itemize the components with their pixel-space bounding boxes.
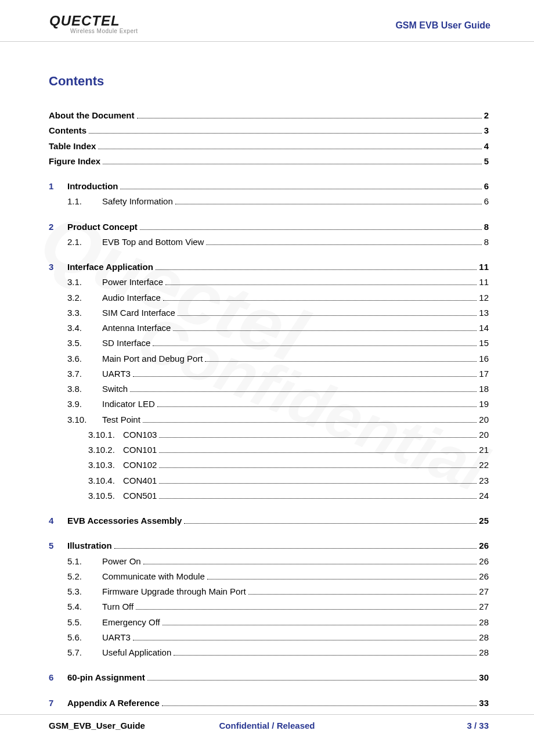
toc-row[interactable]: 3.8.Switch18 (49, 382, 489, 395)
section-gap (49, 250, 489, 258)
toc-dots (173, 330, 477, 331)
toc-label: Switch (102, 382, 128, 395)
toc-num: 5.1. (67, 555, 102, 568)
toc-label: Emergency Off (102, 615, 160, 629)
toc-label: CON501 (123, 489, 157, 502)
toc-row[interactable]: About the Document2 (49, 109, 489, 122)
toc-num: 3.8. (67, 382, 102, 395)
toc-row[interactable]: 3.10.3.CON10222 (49, 458, 489, 471)
toc-row[interactable]: 3.10.4.CON40123 (49, 474, 489, 487)
toc-label: CON102 (123, 458, 157, 471)
toc-row[interactable]: 5.6.UART328 (49, 631, 489, 644)
toc-dots (114, 548, 477, 549)
toc-page: 18 (479, 382, 489, 395)
toc-page: 28 (479, 631, 489, 644)
toc-label: SIM Card Interface (102, 306, 175, 319)
toc-row[interactable]: 3.9.Indicator LED19 (49, 397, 489, 411)
toc-page: 6 (484, 195, 489, 208)
toc-row[interactable]: 5.3.Firmware Upgrade through Main Port27 (49, 585, 489, 598)
toc-label: Table Index (49, 139, 96, 153)
toc-row[interactable]: 5.5.Emergency Off28 (49, 615, 489, 629)
toc-num: 5.4. (67, 600, 102, 613)
toc-dots (178, 315, 477, 316)
toc-dots (163, 625, 477, 625)
toc-row[interactable]: 3.10.2.CON10121 (49, 443, 489, 456)
toc-row[interactable]: Figure Index5 (49, 154, 489, 168)
toc-row[interactable]: 5.4.Turn Off27 (49, 600, 489, 613)
toc-num: 5 (49, 539, 67, 552)
toc-num: 3.2. (67, 291, 102, 304)
toc-row[interactable]: 3.10.1.CON10320 (49, 428, 489, 441)
toc-dots (130, 391, 477, 392)
toc-label: Appendix A Reference (67, 696, 160, 710)
toc-num: 5.3. (67, 585, 102, 598)
toc-dots (147, 680, 477, 681)
toc-page: 27 (479, 585, 489, 598)
toc-row[interactable]: 3.1.Power Interface11 (49, 275, 489, 289)
toc-row[interactable]: 3Interface Application11 (49, 260, 489, 273)
toc-num: 5.5. (67, 615, 102, 629)
toc-row[interactable]: 3.2.Audio Interface12 (49, 291, 489, 304)
toc-num: 3.10.1. (88, 428, 123, 441)
toc-page: 26 (479, 555, 489, 568)
header-title: GSM EVB User Guide (395, 20, 490, 34)
toc-row[interactable]: Table Index4 (49, 139, 489, 153)
toc-dots (159, 498, 477, 499)
contents-heading: Contents (49, 74, 489, 89)
toc-page: 26 (479, 539, 489, 552)
toc-row[interactable]: 3.3.SIM Card Interface13 (49, 306, 489, 319)
toc-page: 20 (479, 428, 489, 441)
toc-row[interactable]: 2.1.EVB Top and Bottom View8 (49, 235, 489, 249)
toc-label: Indicator LED (102, 397, 155, 411)
toc-dots (133, 640, 477, 640)
toc-dots (140, 229, 482, 230)
toc-dots (143, 564, 477, 564)
toc-row[interactable]: Contents3 (49, 124, 489, 137)
toc-dots (175, 204, 482, 204)
section-gap (49, 661, 489, 669)
toc-row[interactable]: 3.5.SD Interface15 (49, 336, 489, 350)
toc-label: Safety Information (102, 195, 173, 208)
toc-row[interactable]: 3.10.5.CON50124 (49, 489, 489, 502)
toc-num: 3.1. (67, 275, 102, 289)
toc-dots (205, 361, 477, 362)
toc-row[interactable]: 5Illustration26 (49, 539, 489, 552)
toc-page: 11 (479, 275, 489, 289)
toc-num: 3.7. (67, 367, 102, 380)
toc-label: Figure Index (49, 154, 100, 168)
toc-label: Useful Application (102, 646, 171, 659)
toc-label: Product Concept (67, 220, 138, 233)
toc-row[interactable]: 2Product Concept8 (49, 220, 489, 233)
toc-num: 3.10.3. (88, 458, 123, 471)
section-gap (49, 170, 489, 178)
toc-row[interactable]: 3.6.Main Port and Debug Port16 (49, 352, 489, 365)
toc-row[interactable]: 5.1.Power On26 (49, 555, 489, 568)
toc-num: 3.5. (67, 336, 102, 350)
toc-dots (89, 133, 482, 134)
toc-num: 3.6. (67, 352, 102, 365)
toc-row[interactable]: 3.7.UART317 (49, 367, 489, 380)
section-gap (49, 210, 489, 218)
toc-row[interactable]: 7Appendix A Reference33 (49, 696, 489, 710)
logo-block: QUECTEL Wireless Module Expert (49, 13, 138, 34)
toc-num: 3.10.5. (88, 489, 123, 502)
page-body: Contents About the Document2Contents3Tab… (0, 42, 534, 719)
toc-row[interactable]: 5.2.Communicate with Module26 (49, 570, 489, 583)
toc-row[interactable]: 4EVB Accessories Assembly25 (49, 514, 489, 527)
toc-page: 15 (479, 336, 489, 350)
section-gap (49, 529, 489, 537)
toc-dots (143, 422, 477, 423)
toc-num: 5.7. (67, 646, 102, 659)
toc-num: 1.1. (67, 195, 102, 208)
toc-label: CON401 (123, 474, 157, 487)
toc-row[interactable]: 1.1.Safety Information6 (49, 195, 489, 208)
toc-label: UART3 (102, 367, 131, 380)
toc-row[interactable]: 3.10.Test Point20 (49, 413, 489, 426)
toc-page: 20 (479, 413, 489, 426)
toc-label: EVB Accessories Assembly (67, 514, 182, 527)
toc-dots (163, 300, 477, 301)
toc-row[interactable]: 1Introduction6 (49, 179, 489, 193)
toc-row[interactable]: 660-pin Assignment30 (49, 671, 489, 684)
toc-row[interactable]: 3.4.Antenna Interface14 (49, 321, 489, 334)
toc-row[interactable]: 5.7.Useful Application28 (49, 646, 489, 659)
